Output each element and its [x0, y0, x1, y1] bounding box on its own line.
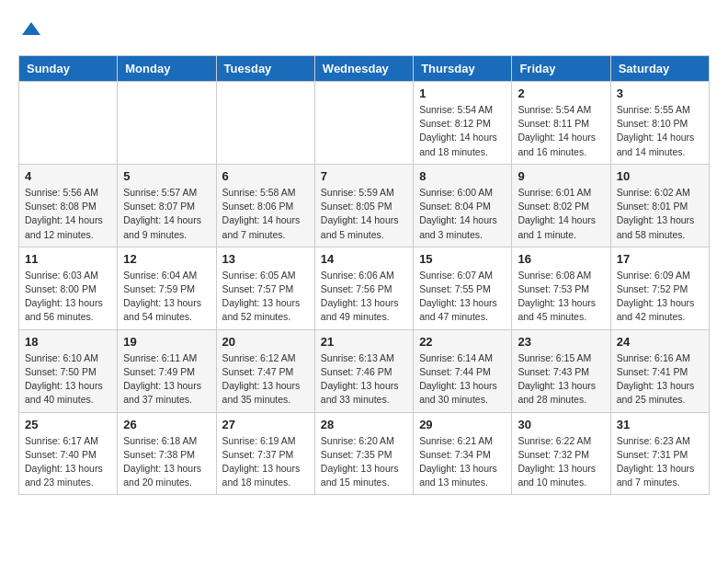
calendar-table: SundayMondayTuesdayWednesdayThursdayFrid… — [18, 55, 710, 495]
day-number: 6 — [222, 169, 309, 183]
calendar-weekday-saturday: Saturday — [610, 56, 709, 82]
day-info: Sunrise: 6:00 AM Sunset: 8:04 PM Dayligh… — [419, 186, 506, 242]
day-info: Sunrise: 6:23 AM Sunset: 7:31 PM Dayligh… — [617, 434, 703, 490]
calendar-cell: 24Sunrise: 6:16 AM Sunset: 7:41 PM Dayli… — [610, 329, 709, 412]
logo-icon — [20, 18, 42, 40]
day-info: Sunrise: 6:11 AM Sunset: 7:49 PM Dayligh… — [123, 351, 210, 408]
calendar-cell: 9Sunrise: 6:01 AM Sunset: 8:02 PM Daylig… — [512, 164, 610, 247]
calendar-cell: 14Sunrise: 6:06 AM Sunset: 7:56 PM Dayli… — [314, 247, 413, 329]
calendar-header-row: SundayMondayTuesdayWednesdayThursdayFrid… — [19, 56, 710, 82]
svg-marker-0 — [22, 22, 40, 35]
day-number: 2 — [518, 86, 604, 100]
day-number: 29 — [419, 418, 506, 431]
day-number: 24 — [617, 335, 703, 349]
calendar-weekday-tuesday: Tuesday — [216, 56, 314, 82]
day-number: 17 — [617, 252, 703, 266]
day-info: Sunrise: 6:19 AM Sunset: 7:37 PM Dayligh… — [222, 434, 309, 490]
day-info: Sunrise: 5:59 AM Sunset: 8:05 PM Dayligh… — [321, 186, 407, 242]
day-number: 31 — [617, 418, 703, 431]
day-number: 22 — [419, 335, 506, 349]
calendar-cell: 15Sunrise: 6:07 AM Sunset: 7:55 PM Dayli… — [414, 247, 512, 329]
calendar-weekday-monday: Monday — [118, 56, 216, 82]
day-info: Sunrise: 6:03 AM Sunset: 8:00 PM Dayligh… — [25, 269, 111, 325]
day-number: 16 — [518, 252, 604, 266]
day-number: 10 — [617, 169, 703, 183]
calendar-week-row: 1Sunrise: 5:54 AM Sunset: 8:12 PM Daylig… — [19, 82, 710, 165]
calendar-weekday-friday: Friday — [512, 56, 610, 82]
day-number: 5 — [123, 169, 210, 183]
calendar-cell: 17Sunrise: 6:09 AM Sunset: 7:52 PM Dayli… — [610, 247, 709, 329]
calendar-cell — [216, 82, 314, 165]
logo — [18, 18, 42, 40]
day-number: 12 — [123, 252, 210, 266]
calendar-cell: 10Sunrise: 6:02 AM Sunset: 8:01 PM Dayli… — [610, 164, 709, 247]
day-number: 30 — [518, 418, 604, 431]
calendar-cell: 21Sunrise: 6:13 AM Sunset: 7:46 PM Dayli… — [314, 329, 413, 412]
calendar-weekday-wednesday: Wednesday — [314, 56, 413, 82]
day-number: 11 — [25, 252, 111, 266]
calendar-cell — [118, 82, 216, 165]
day-info: Sunrise: 6:14 AM Sunset: 7:44 PM Dayligh… — [419, 351, 506, 408]
page-header — [18, 18, 710, 40]
calendar-cell: 11Sunrise: 6:03 AM Sunset: 8:00 PM Dayli… — [19, 247, 118, 329]
calendar-cell: 4Sunrise: 5:56 AM Sunset: 8:08 PM Daylig… — [19, 164, 118, 247]
day-number: 13 — [222, 252, 309, 266]
day-number: 28 — [321, 418, 407, 431]
day-info: Sunrise: 5:55 AM Sunset: 8:10 PM Dayligh… — [617, 103, 703, 159]
day-info: Sunrise: 6:17 AM Sunset: 7:40 PM Dayligh… — [25, 434, 111, 490]
day-number: 21 — [321, 335, 407, 349]
day-number: 19 — [123, 335, 210, 349]
calendar-week-row: 18Sunrise: 6:10 AM Sunset: 7:50 PM Dayli… — [19, 329, 710, 412]
day-number: 4 — [25, 169, 111, 183]
day-number: 9 — [518, 169, 604, 183]
day-number: 18 — [25, 335, 111, 349]
day-info: Sunrise: 6:01 AM Sunset: 8:02 PM Dayligh… — [518, 186, 604, 242]
calendar-cell: 18Sunrise: 6:10 AM Sunset: 7:50 PM Dayli… — [19, 329, 118, 412]
day-number: 1 — [419, 86, 506, 100]
calendar-cell — [314, 82, 413, 165]
day-info: Sunrise: 6:06 AM Sunset: 7:56 PM Dayligh… — [321, 269, 407, 325]
calendar-cell: 2Sunrise: 5:54 AM Sunset: 8:11 PM Daylig… — [512, 82, 610, 165]
calendar-cell: 19Sunrise: 6:11 AM Sunset: 7:49 PM Dayli… — [118, 329, 216, 412]
calendar-cell: 28Sunrise: 6:20 AM Sunset: 7:35 PM Dayli… — [314, 412, 413, 495]
day-info: Sunrise: 6:07 AM Sunset: 7:55 PM Dayligh… — [419, 269, 506, 325]
calendar-cell: 23Sunrise: 6:15 AM Sunset: 7:43 PM Dayli… — [512, 329, 610, 412]
day-info: Sunrise: 6:15 AM Sunset: 7:43 PM Dayligh… — [518, 351, 604, 408]
calendar-cell: 31Sunrise: 6:23 AM Sunset: 7:31 PM Dayli… — [610, 412, 709, 495]
calendar-weekday-sunday: Sunday — [19, 56, 118, 82]
calendar-cell: 6Sunrise: 5:58 AM Sunset: 8:06 PM Daylig… — [216, 164, 314, 247]
day-number: 14 — [321, 252, 407, 266]
day-number: 7 — [321, 169, 407, 183]
day-number: 27 — [222, 418, 309, 431]
calendar-week-row: 25Sunrise: 6:17 AM Sunset: 7:40 PM Dayli… — [19, 412, 710, 495]
day-number: 26 — [123, 418, 210, 431]
day-info: Sunrise: 6:20 AM Sunset: 7:35 PM Dayligh… — [321, 434, 407, 490]
day-number: 3 — [617, 86, 703, 100]
calendar-cell: 5Sunrise: 5:57 AM Sunset: 8:07 PM Daylig… — [118, 164, 216, 247]
day-number: 20 — [222, 335, 309, 349]
day-info: Sunrise: 6:04 AM Sunset: 7:59 PM Dayligh… — [123, 269, 210, 325]
calendar-cell — [19, 82, 118, 165]
calendar-cell: 25Sunrise: 6:17 AM Sunset: 7:40 PM Dayli… — [19, 412, 118, 495]
calendar-cell: 30Sunrise: 6:22 AM Sunset: 7:32 PM Dayli… — [512, 412, 610, 495]
day-info: Sunrise: 6:12 AM Sunset: 7:47 PM Dayligh… — [222, 351, 309, 408]
day-info: Sunrise: 6:16 AM Sunset: 7:41 PM Dayligh… — [617, 351, 703, 408]
day-number: 23 — [518, 335, 604, 349]
calendar-cell: 7Sunrise: 5:59 AM Sunset: 8:05 PM Daylig… — [314, 164, 413, 247]
day-info: Sunrise: 6:21 AM Sunset: 7:34 PM Dayligh… — [419, 434, 506, 490]
day-info: Sunrise: 5:54 AM Sunset: 8:12 PM Dayligh… — [419, 103, 506, 159]
day-number: 25 — [25, 418, 111, 431]
day-info: Sunrise: 6:02 AM Sunset: 8:01 PM Dayligh… — [617, 186, 703, 242]
calendar-cell: 29Sunrise: 6:21 AM Sunset: 7:34 PM Dayli… — [414, 412, 512, 495]
day-info: Sunrise: 6:13 AM Sunset: 7:46 PM Dayligh… — [321, 351, 407, 408]
calendar-cell: 27Sunrise: 6:19 AM Sunset: 7:37 PM Dayli… — [216, 412, 314, 495]
calendar-week-row: 11Sunrise: 6:03 AM Sunset: 8:00 PM Dayli… — [19, 247, 710, 329]
day-info: Sunrise: 6:05 AM Sunset: 7:57 PM Dayligh… — [222, 269, 309, 325]
calendar-cell: 16Sunrise: 6:08 AM Sunset: 7:53 PM Dayli… — [512, 247, 610, 329]
calendar-cell: 13Sunrise: 6:05 AM Sunset: 7:57 PM Dayli… — [216, 247, 314, 329]
calendar-week-row: 4Sunrise: 5:56 AM Sunset: 8:08 PM Daylig… — [19, 164, 710, 247]
calendar-cell: 1Sunrise: 5:54 AM Sunset: 8:12 PM Daylig… — [414, 82, 512, 165]
day-number: 8 — [419, 169, 506, 183]
day-info: Sunrise: 5:54 AM Sunset: 8:11 PM Dayligh… — [518, 103, 604, 159]
calendar-cell: 8Sunrise: 6:00 AM Sunset: 8:04 PM Daylig… — [414, 164, 512, 247]
